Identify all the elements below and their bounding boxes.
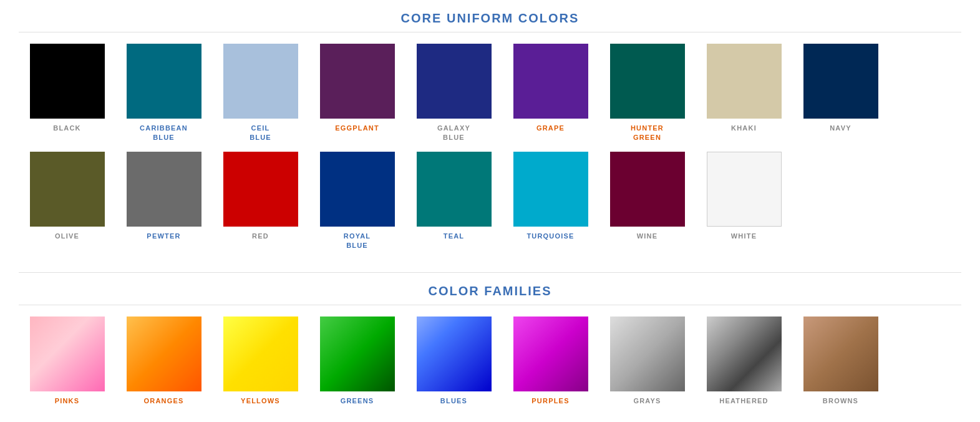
color-item: TEAL (405, 152, 502, 251)
page-container: CORE UNIFORM COLORS BLACKCARIBBEAN BLUEC… (0, 0, 980, 421)
color-label: CEIL BLUE (250, 124, 271, 143)
color-family-item: ORANGES (115, 316, 212, 406)
color-swatch[interactable] (417, 44, 492, 119)
color-item: HUNTER GREEN (599, 44, 696, 143)
color-item: BLACK (19, 44, 115, 143)
families-title: COLOR FAMILIES (0, 273, 980, 305)
color-family-swatch[interactable] (513, 316, 588, 391)
color-item: EGGPLANT (309, 44, 405, 143)
families-color-grid: PINKSORANGESYELLOWSGREENSBLUESPURPLESGRA… (0, 305, 980, 421)
color-swatch[interactable] (320, 152, 395, 227)
color-item: GALAXY BLUE (405, 44, 502, 143)
color-swatch[interactable] (513, 44, 588, 119)
color-label: BLACK (53, 124, 81, 133)
color-item: RED (212, 152, 309, 251)
color-family-label: GRAYS (633, 396, 661, 406)
color-family-item: PINKS (19, 316, 115, 406)
color-family-label: ORANGES (143, 396, 183, 406)
color-label: PEWTER (147, 232, 180, 241)
families-section: COLOR FAMILIES PINKSORANGESYELLOWSGREENS… (0, 273, 980, 421)
color-swatch[interactable] (320, 44, 395, 119)
color-label: HUNTER GREEN (631, 124, 664, 143)
color-swatch[interactable] (223, 44, 298, 119)
color-family-swatch[interactable] (320, 316, 395, 391)
color-item: CARIBBEAN BLUE (115, 44, 212, 143)
color-family-label: BLUES (440, 396, 467, 406)
color-family-swatch[interactable] (417, 316, 492, 391)
color-family-item: GRAYS (599, 316, 696, 406)
color-swatch[interactable] (610, 152, 685, 227)
color-swatch[interactable] (417, 152, 492, 227)
color-label: GALAXY BLUE (437, 124, 470, 143)
color-swatch[interactable] (30, 152, 105, 227)
color-label: WHITE (731, 232, 757, 241)
color-family-item: GREENS (309, 316, 405, 406)
color-label: GRAPE (536, 124, 565, 133)
color-label: ROYAL BLUE (344, 232, 371, 251)
core-section: CORE UNIFORM COLORS BLACKCARIBBEAN BLUEC… (0, 0, 980, 272)
color-swatch[interactable] (127, 152, 201, 227)
color-family-label: HEATHERED (719, 396, 768, 406)
color-item: WINE (599, 152, 696, 251)
color-family-swatch[interactable] (127, 316, 201, 391)
color-label: CARIBBEAN BLUE (140, 124, 188, 143)
color-label: OLIVE (55, 232, 79, 241)
color-swatch[interactable] (127, 44, 201, 119)
color-item: GRAPE (502, 44, 599, 143)
color-swatch[interactable] (803, 44, 878, 119)
color-swatch[interactable] (223, 152, 298, 227)
color-label: EGGPLANT (335, 124, 379, 133)
color-family-swatch[interactable] (30, 316, 105, 391)
color-label: KHAKI (731, 124, 757, 133)
color-family-swatch[interactable] (803, 316, 878, 391)
color-family-swatch[interactable] (610, 316, 685, 391)
color-family-item: BROWNS (792, 316, 889, 406)
color-family-label: BROWNS (823, 396, 858, 406)
color-swatch[interactable] (513, 152, 588, 227)
color-swatch[interactable] (610, 44, 685, 119)
color-family-label: PURPLES (531, 396, 569, 406)
color-family-swatch[interactable] (223, 316, 298, 391)
color-family-label: YELLOWS (241, 396, 280, 406)
color-family-item: PURPLES (502, 316, 599, 406)
color-swatch[interactable] (30, 44, 105, 119)
color-label: TEAL (444, 232, 465, 241)
color-item: KHAKI (696, 44, 792, 143)
color-item: CEIL BLUE (212, 44, 309, 143)
color-item: OLIVE (19, 152, 115, 251)
color-swatch[interactable] (707, 44, 782, 119)
color-label: RED (252, 232, 269, 241)
color-item: TURQUOISE (502, 152, 599, 251)
color-item: PEWTER (115, 152, 212, 251)
color-family-label: PINKS (55, 396, 80, 406)
color-item: NAVY (792, 44, 889, 143)
color-label: TURQUOISE (526, 232, 574, 241)
color-label: NAVY (830, 124, 851, 133)
color-family-swatch[interactable] (707, 316, 782, 391)
core-color-grid: BLACKCARIBBEAN BLUECEIL BLUEEGGPLANTGALA… (0, 32, 980, 266)
color-family-label: GREENS (341, 396, 374, 406)
color-item: WHITE (696, 152, 792, 251)
color-family-item: HEATHERED (696, 316, 792, 406)
core-title: CORE UNIFORM COLORS (0, 0, 980, 32)
color-family-item: BLUES (405, 316, 502, 406)
color-swatch[interactable] (707, 152, 782, 227)
color-label: WINE (637, 232, 658, 241)
color-item: ROYAL BLUE (309, 152, 405, 251)
color-family-item: YELLOWS (212, 316, 309, 406)
